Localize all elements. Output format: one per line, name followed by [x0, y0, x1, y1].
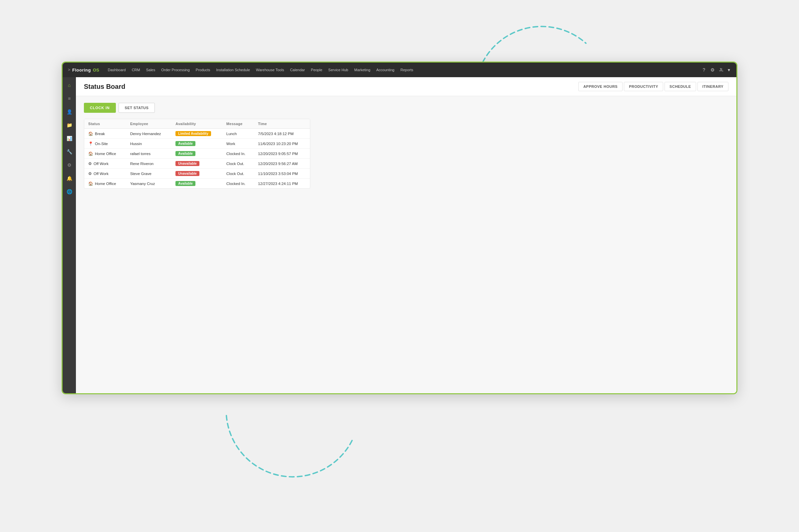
row-0-employee[interactable]: Denny Hernandez [126, 129, 171, 139]
row-1-employee[interactable]: Hussin [126, 139, 171, 149]
row-2-message: Clocked In. [222, 149, 254, 159]
row-2-availability: Available [171, 149, 222, 159]
nav-brand-os: OS [93, 68, 99, 73]
row-5-status: 🏠Home Office [84, 179, 126, 189]
nav-brand-name: Flooring [72, 68, 91, 73]
chevron-down-icon[interactable]: ▾ [727, 66, 731, 74]
nav-item-dashboard[interactable]: Dashboard [105, 66, 129, 73]
sidebar-icon-folder[interactable]: 📁 [65, 121, 73, 129]
row-5-time: 12/27/2023 4:24:11 PM [254, 179, 310, 189]
nav-item-order-processing[interactable]: Order Processing [159, 66, 192, 73]
nav-item-warehouse-tools[interactable]: Warehouse Tools [253, 66, 286, 73]
nav-brand-arrow: > [68, 68, 70, 72]
nav-item-crm[interactable]: CRM [129, 66, 143, 73]
nav-item-products[interactable]: Products [193, 66, 213, 73]
top-nav: > Flooring OS DashboardCRMSalesOrder Pro… [62, 62, 737, 77]
sidebar-icon-chart[interactable]: 📊 [65, 134, 73, 142]
status-controls: CLOCK IN SET STATUS [84, 103, 728, 113]
nav-item-service-hub[interactable]: Service Hub [326, 66, 351, 73]
nav-item-people[interactable]: People [308, 66, 325, 73]
table-header-row: StatusEmployeeAvailabilityMessageTime [84, 119, 310, 129]
table-row: ⚙Off WorkRene RiveronUnavailableClock Ou… [84, 159, 310, 169]
row-3-status: ⚙Off Work [84, 159, 126, 169]
row-3-employee[interactable]: Rene Riveron [126, 159, 171, 169]
top-nav-items: DashboardCRMSalesOrder ProcessingProduct… [105, 66, 702, 73]
row-5-message: Clocked In. [222, 179, 254, 189]
row-1-status-text: On-Site [95, 142, 108, 146]
row-5-status-text: Home Office [95, 182, 116, 186]
status-table-container: StatusEmployeeAvailabilityMessageTime 🏠B… [84, 119, 310, 189]
nav-item-sales[interactable]: Sales [144, 66, 158, 73]
row-3-message: Clock Out. [222, 159, 254, 169]
header-btn-approve-hours[interactable]: APPROVE HOURS [578, 82, 623, 91]
table-row: ⚙Off WorkSteve GraveUnavailableClock Out… [84, 169, 310, 179]
settings-icon[interactable]: ⚙ [709, 66, 716, 74]
row-0-availability: Limited Availability [171, 129, 222, 139]
col-header-availability: Availability [171, 119, 222, 129]
nav-item-installation-schedule[interactable]: Installation Schedule [213, 66, 253, 73]
table-head: StatusEmployeeAvailabilityMessageTime [84, 119, 310, 129]
row-1-availability: Available [171, 139, 222, 149]
sidebar-icon-settings[interactable]: ⚙ [65, 161, 73, 169]
header-btn-productivity[interactable]: PRODUCTIVITY [624, 82, 663, 91]
table-row: 📍On-SiteHussinAvailableWork11/6/2023 10:… [84, 139, 310, 149]
row-3-status-icon: ⚙ [88, 162, 92, 166]
header-actions: APPROVE HOURSPRODUCTIVITYSCHEDULEITINERA… [578, 82, 728, 91]
sidebar-icon-bell[interactable]: 🔔 [65, 174, 73, 182]
col-header-time: Time [254, 119, 310, 129]
table-body: 🏠BreakDenny HernandezLimited Availabilit… [84, 129, 310, 189]
row-2-status-icon: 🏠 [88, 151, 93, 156]
header-btn-itinerary[interactable]: ITINERARY [698, 82, 728, 91]
table-row: 🏠Home OfficeYasmany CruzAvailableClocked… [84, 179, 310, 189]
row-4-message: Clock Out. [222, 169, 254, 179]
main-content: Status Board APPROVE HOURSPRODUCTIVITYSC… [76, 77, 737, 393]
content-area: ⌂ ≡ 👤 📁 📊 🔧 ⚙ 🔔 🌐 Status Board APPROVE H… [62, 77, 737, 393]
sidebar-icon-user[interactable]: 👤 [65, 108, 73, 116]
nav-item-reports[interactable]: Reports [398, 66, 416, 73]
table-row: 🏠Home Officerafael torresAvailableClocke… [84, 149, 310, 159]
row-4-status: ⚙Off Work [84, 169, 126, 179]
row-3-status-text: Off Work [94, 162, 109, 166]
row-2-status: 🏠Home Office [84, 149, 126, 159]
row-4-status-icon: ⚙ [88, 171, 92, 176]
row-3-availability: Unavailable [171, 159, 222, 169]
sidebar-icon-home[interactable]: ⌂ [65, 81, 73, 89]
row-4-availability: Unavailable [171, 169, 222, 179]
col-header-message: Message [222, 119, 254, 129]
row-1-status: 📍On-Site [84, 139, 126, 149]
row-4-employee[interactable]: Steve Grave [126, 169, 171, 179]
row-2-status-text: Home Office [95, 152, 116, 156]
nav-item-calendar[interactable]: Calendar [287, 66, 308, 73]
sidebar-icon-list[interactable]: ≡ [65, 94, 73, 102]
row-1-time: 11/6/2023 10:23:20 PM [254, 139, 310, 149]
row-0-status-icon: 🏠 [88, 131, 93, 136]
row-4-time: 11/10/2023 3:53:04 PM [254, 169, 310, 179]
nav-item-accounting[interactable]: Accounting [373, 66, 397, 73]
sidebar: ⌂ ≡ 👤 📁 📊 🔧 ⚙ 🔔 🌐 [62, 77, 76, 393]
clock-in-button[interactable]: CLOCK IN [84, 103, 116, 113]
row-2-employee[interactable]: rafael torres [126, 149, 171, 159]
row-5-availability: Available [171, 179, 222, 189]
row-4-status-text: Off Work [94, 172, 109, 176]
row-3-time: 12/20/2023 9:56:27 AM [254, 159, 310, 169]
col-header-employee: Employee [126, 119, 171, 129]
row-0-message: Lunch [222, 129, 254, 139]
row-1-message: Work [222, 139, 254, 149]
help-icon[interactable]: ? [702, 66, 706, 74]
status-table: StatusEmployeeAvailabilityMessageTime 🏠B… [84, 119, 310, 188]
table-row: 🏠BreakDenny HernandezLimited Availabilit… [84, 129, 310, 139]
sidebar-icon-tools[interactable]: 🔧 [65, 148, 73, 156]
set-status-button[interactable]: SET STATUS [118, 103, 155, 113]
page-header: Status Board APPROVE HOURSPRODUCTIVITYSC… [76, 77, 737, 96]
row-5-employee[interactable]: Yasmany Cruz [126, 179, 171, 189]
nav-right: ? ⚙ JL ▾ [702, 66, 731, 74]
nav-brand: > Flooring OS [68, 68, 99, 73]
row-1-status-icon: 📍 [88, 141, 93, 146]
row-0-time: 7/5/2023 4:18:12 PM [254, 129, 310, 139]
row-0-status: 🏠Break [84, 129, 126, 139]
nav-item-marketing[interactable]: Marketing [352, 66, 373, 73]
header-btn-schedule[interactable]: SCHEDULE [665, 82, 696, 91]
user-menu[interactable]: JL [719, 68, 723, 72]
col-header-status: Status [84, 119, 126, 129]
sidebar-icon-globe[interactable]: 🌐 [65, 188, 73, 196]
